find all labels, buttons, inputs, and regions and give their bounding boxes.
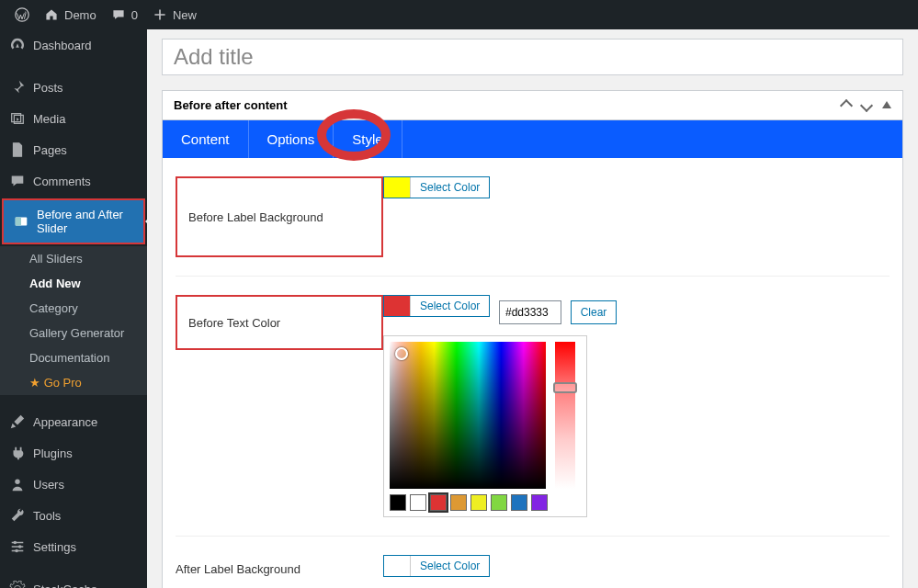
preset-orange[interactable] <box>450 494 467 511</box>
color-picker-cursor[interactable] <box>395 347 408 360</box>
menu-pages[interactable]: Pages <box>0 134 147 165</box>
swatch-before-label-bg[interactable] <box>384 177 410 198</box>
brush-icon <box>9 413 26 430</box>
swatch-before-text-color[interactable] <box>384 296 410 316</box>
metabox-header: Before after content <box>163 91 902 120</box>
menu-plugins[interactable]: Plugins <box>0 437 147 469</box>
submenu-all-sliders[interactable]: All Sliders <box>0 246 147 271</box>
color-picker-hue-handle[interactable] <box>553 382 577 393</box>
color-picker-hue[interactable] <box>555 342 575 489</box>
select-color-after-label-bg[interactable]: Select Color <box>410 556 489 576</box>
tab-content[interactable]: Content <box>163 120 249 158</box>
preset-green[interactable] <box>491 494 507 511</box>
main-content: Before after content Content Options Sty… <box>147 29 918 588</box>
preset-white[interactable] <box>410 494 426 511</box>
plug-icon <box>9 445 26 461</box>
row-after-label-background: After Label Background Select Color <box>176 537 890 588</box>
comments-link[interactable]: 0 <box>104 0 145 29</box>
svg-point-5 <box>18 545 22 548</box>
user-icon <box>9 476 26 492</box>
site-name: Demo <box>64 8 96 22</box>
sliders-icon <box>9 538 26 555</box>
metabox-title: Before after content <box>174 98 288 112</box>
style-panel: Before Label Background Select Color Bef… <box>163 158 902 588</box>
wordpress-icon <box>15 7 29 22</box>
swatch-after-label-bg[interactable] <box>384 556 410 576</box>
label-before-label-background: Before Label Background <box>176 176 383 257</box>
post-title-input[interactable] <box>162 39 903 75</box>
preset-black[interactable] <box>390 494 406 511</box>
home-icon <box>44 7 59 22</box>
select-color-before-label-bg[interactable]: Select Color <box>410 177 489 198</box>
dashboard-icon <box>9 37 26 53</box>
row-before-label-background: Before Label Background Select Color <box>176 158 890 277</box>
menu-posts[interactable]: Posts <box>0 72 147 103</box>
admin-bar: Demo 0 New <box>0 0 918 29</box>
pages-icon <box>9 141 26 158</box>
svg-rect-2 <box>16 218 21 226</box>
pin-icon <box>9 79 26 96</box>
new-label: New <box>173 8 197 22</box>
comment-icon <box>111 7 126 22</box>
metabox-toggle[interactable] <box>882 101 891 108</box>
menu-comments[interactable]: Comments <box>0 165 147 197</box>
preset-red[interactable] <box>430 494 447 511</box>
submenu-category[interactable]: Category <box>0 296 147 321</box>
preset-yellow[interactable] <box>470 494 487 511</box>
label-before-text-color: Before Text Color <box>176 295 383 350</box>
menu-tools[interactable]: Tools <box>0 500 147 531</box>
site-name-link[interactable]: Demo <box>37 0 104 29</box>
menu-dashboard[interactable]: Dashboard <box>0 29 147 61</box>
submenu-gallery-generator[interactable]: Gallery Generator <box>0 321 147 345</box>
submenu-go-pro[interactable]: Go Pro <box>0 370 147 395</box>
menu-media[interactable]: Media <box>0 103 147 134</box>
menu-stackcache[interactable]: StackCache <box>0 573 147 588</box>
gear-icon <box>9 581 26 588</box>
svg-point-3 <box>15 480 19 484</box>
comments-count: 0 <box>131 8 138 22</box>
hex-input-before-text-color[interactable] <box>499 300 561 324</box>
clear-before-text-color[interactable]: Clear <box>571 300 618 324</box>
label-after-label-background: After Label Background <box>176 555 383 579</box>
menu-users[interactable]: Users <box>0 469 147 500</box>
wp-logo[interactable] <box>7 0 37 29</box>
svg-point-6 <box>15 549 18 553</box>
media-icon <box>9 110 26 127</box>
tab-style[interactable]: Style <box>334 120 402 158</box>
tab-bar: Content Options Style <box>163 120 902 158</box>
tab-options[interactable]: Options <box>249 120 334 158</box>
color-picker-presets <box>390 494 548 511</box>
menu-before-after-slider[interactable]: Before and After Slider <box>4 200 143 243</box>
slider-icon <box>13 213 29 230</box>
metabox-move-down[interactable] <box>860 98 873 111</box>
submenu-documentation[interactable]: Documentation <box>0 345 147 370</box>
svg-point-4 <box>14 541 17 545</box>
metabox-before-after-content: Before after content Content Options Sty… <box>162 90 903 588</box>
menu-settings[interactable]: Settings <box>0 531 147 562</box>
admin-sidebar: Dashboard Posts Media Pages Comments Bef… <box>0 29 147 588</box>
metabox-move-up[interactable] <box>840 98 853 111</box>
preset-purple[interactable] <box>531 494 548 511</box>
row-before-text-color: Before Text Color Select Color Clear <box>176 277 890 537</box>
plus-icon <box>153 7 167 22</box>
color-picker-saturation[interactable] <box>390 342 546 489</box>
wrench-icon <box>9 507 26 524</box>
color-picker <box>383 335 587 517</box>
comment-icon <box>9 173 26 189</box>
menu-appearance[interactable]: Appearance <box>0 406 147 437</box>
select-color-before-text-color[interactable]: Select Color <box>410 296 489 316</box>
menu-before-after-slider-highlight: Before and After Slider <box>2 198 145 244</box>
preset-blue[interactable] <box>511 494 527 511</box>
new-content-link[interactable]: New <box>145 0 204 29</box>
submenu-before-after-slider: All Sliders Add New Category Gallery Gen… <box>0 246 147 395</box>
submenu-add-new[interactable]: Add New <box>0 271 147 296</box>
